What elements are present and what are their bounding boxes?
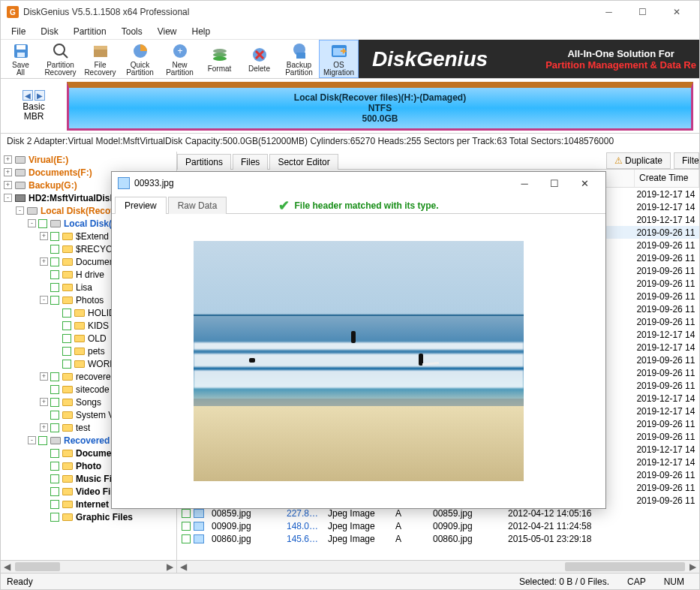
folder-icon [62, 384, 74, 395]
image-file-icon [194, 534, 204, 543]
expand-toggle[interactable]: + [40, 398, 48, 406]
expand-toggle[interactable]: - [16, 206, 24, 215]
tree-item[interactable]: +Virual(E:) [1, 153, 176, 166]
tree-label: recovered [76, 372, 116, 382]
content-hscrollbar[interactable]: ◀ ▶ [177, 560, 699, 573]
toolbar-file-recovery[interactable]: FileRecovery [80, 40, 120, 78]
disk-next-button[interactable]: ▶ [35, 90, 45, 101]
scroll-right-icon[interactable]: ▶ [686, 561, 699, 573]
toolbar-os-migration[interactable]: OSMigration [319, 40, 359, 78]
scroll-right-icon[interactable]: ▶ [164, 561, 176, 573]
svg-rect-17 [296, 53, 305, 59]
toolbar-partition-recovery[interactable]: PartitionRecovery [41, 40, 80, 78]
tree-checkbox[interactable] [50, 462, 59, 471]
tree-label: Graphic Files [76, 512, 133, 522]
cell-create-time: 2019-09-26 11 [632, 227, 699, 238]
toolbar-quick-partition[interactable]: QuickPartition [120, 40, 160, 78]
expand-toggle[interactable]: + [40, 423, 48, 432]
tree-label: H drive [76, 269, 104, 280]
preview-maximize-button[interactable]: ☐ [539, 173, 569, 194]
file-checkbox[interactable] [182, 522, 191, 531]
tree-checkbox[interactable] [50, 232, 59, 241]
image-file-icon [194, 522, 204, 531]
tree-checkbox[interactable] [50, 474, 59, 483]
close-button[interactable]: ✕ [659, 1, 693, 23]
tree-checkbox[interactable] [50, 398, 59, 407]
preview-close-button[interactable]: ✕ [569, 173, 599, 194]
cell-create-time: 2019-12-17 14 [632, 342, 699, 353]
maximize-button[interactable]: ☐ [626, 1, 659, 23]
tree-label: Songs [76, 397, 101, 408]
disk-prev-button[interactable]: ◀ [23, 90, 33, 101]
tree-checkbox[interactable] [50, 372, 59, 381]
expand-toggle[interactable]: + [4, 155, 12, 164]
expand-toggle[interactable]: - [4, 194, 12, 202]
warning-icon: ⚠ [614, 155, 623, 166]
tree-checkbox[interactable] [62, 309, 71, 318]
expand-toggle[interactable]: + [4, 181, 12, 189]
tab-files[interactable]: Files [233, 154, 268, 170]
toolbar-delete[interactable]: Delete [239, 40, 279, 78]
preview-tab-preview[interactable]: Preview [115, 197, 167, 214]
preview-minimize-button[interactable]: ─ [509, 173, 539, 194]
toolbar-format[interactable]: Format [200, 40, 239, 78]
tree-checkbox[interactable] [50, 513, 59, 522]
tree-checkbox[interactable] [50, 296, 59, 305]
toolbar-backup-partition[interactable]: BackupPartition [279, 40, 319, 78]
expand-toggle[interactable]: - [40, 296, 48, 304]
tree-checkbox[interactable] [50, 423, 59, 432]
tree-label: pets [88, 346, 105, 357]
col-create-time[interactable]: Create Time [635, 170, 699, 187]
folder-icon [62, 231, 74, 242]
tree-checkbox[interactable] [38, 436, 47, 445]
tree-checkbox[interactable] [50, 245, 59, 254]
toolbar-label: QuickPartition [126, 62, 154, 77]
tree-checkbox[interactable] [62, 347, 71, 356]
file-row[interactable]: 00909.jpg 148.0… Jpeg Image A 00909.jpg … [177, 519, 699, 532]
expand-toggle[interactable]: + [40, 372, 48, 381]
menu-help[interactable]: Help [185, 25, 218, 38]
partition-bar[interactable]: Local Disk(Recover files)(H:)-(Damaged) … [67, 82, 693, 131]
tree-hscrollbar[interactable]: ◀ ▶ [1, 560, 176, 573]
expand-toggle[interactable]: - [28, 436, 36, 444]
menu-view[interactable]: View [150, 25, 185, 38]
preview-tab-rawdata[interactable]: Raw Data [168, 197, 227, 214]
tree-checkbox[interactable] [50, 487, 59, 496]
tree-checkbox[interactable] [50, 449, 59, 458]
tree-checkbox[interactable] [50, 411, 59, 420]
tab-partitions[interactable]: Partitions [177, 154, 231, 170]
tab-sector-editor[interactable]: Sector Editor [269, 154, 338, 170]
tree-checkbox[interactable] [62, 360, 71, 369]
tree-checkbox[interactable] [50, 283, 59, 292]
expand-toggle[interactable]: + [4, 168, 12, 176]
expand-toggle[interactable]: + [40, 257, 48, 266]
menu-tools[interactable]: Tools [114, 25, 150, 38]
scroll-thumb[interactable] [15, 562, 60, 571]
minimize-button[interactable]: ─ [592, 1, 626, 23]
expand-toggle[interactable]: - [28, 219, 36, 227]
tree-checkbox[interactable] [50, 270, 59, 279]
duplicate-button[interactable]: ⚠Duplicate [606, 152, 671, 169]
menu-file[interactable]: File [4, 25, 33, 38]
tree-checkbox[interactable] [50, 385, 59, 394]
scroll-thumb[interactable] [565, 562, 685, 571]
preview-tabs: Preview Raw Data [112, 194, 605, 214]
file-checkbox[interactable] [182, 534, 191, 543]
menu-disk[interactable]: Disk [33, 25, 65, 38]
file-checkbox[interactable] [182, 509, 191, 518]
filter-button[interactable]: Filter [674, 152, 699, 169]
tree-checkbox[interactable] [50, 500, 59, 509]
expand-toggle[interactable]: + [40, 232, 48, 240]
tree-checkbox[interactable] [62, 321, 71, 330]
tree-item[interactable]: Graphic Files [1, 510, 176, 523]
tree-checkbox[interactable] [50, 257, 59, 266]
tree-checkbox[interactable] [62, 334, 71, 343]
scroll-left-icon[interactable]: ◀ [177, 561, 190, 573]
cell-create-time: 2019-12-17 14 [632, 215, 699, 225]
menu-partition[interactable]: Partition [66, 25, 114, 38]
toolbar-new-partition[interactable]: +NewPartition [160, 40, 200, 78]
toolbar-save-all[interactable]: SaveAll [1, 40, 41, 78]
file-row[interactable]: 00860.jpg 145.6… Jpeg Image A 00860.jpg … [177, 532, 699, 545]
tree-checkbox[interactable] [38, 219, 47, 228]
scroll-left-icon[interactable]: ◀ [1, 561, 14, 573]
